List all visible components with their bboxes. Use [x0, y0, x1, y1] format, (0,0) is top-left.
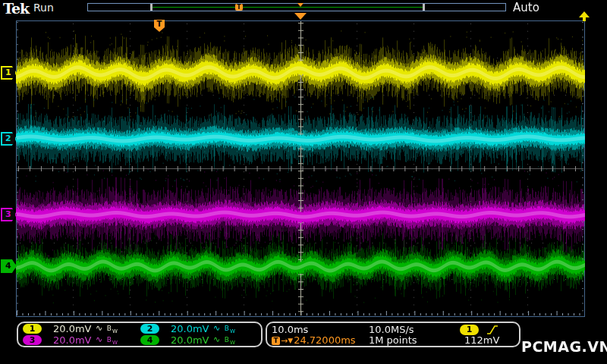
record-view-right-bracket	[423, 4, 425, 11]
record-view-bar[interactable]: T	[87, 3, 506, 11]
ac-coupling-icon: ∿	[96, 334, 103, 344]
ac-coupling-icon: ∿	[213, 334, 221, 344]
record-expansion-marker-icon	[297, 3, 304, 7]
channel-4-coupling-icons: ∿ BW	[213, 334, 236, 346]
trigger-position-value: 24.72000ms	[294, 335, 355, 346]
arrow-down-icon: ▼	[288, 337, 293, 345]
ac-coupling-icon: ∿	[96, 323, 103, 333]
acquisition-status: Run	[33, 2, 54, 14]
expansion-point-icon	[294, 13, 307, 20]
record-trigger-marker-icon[interactable]: T	[235, 4, 243, 11]
channel-3-badge: 3	[23, 335, 42, 345]
record-length: 1M points	[369, 335, 460, 346]
trigger-level-readout[interactable]: 112mV	[460, 335, 499, 346]
channel-readout-box: 1 20.0mV ∿ BW 2 20.0mV ∿ BW 3 20.0mV ∿ B…	[17, 322, 263, 347]
sample-rate: 10.0MS/s	[369, 325, 460, 335]
trigger-t-icon: T	[272, 337, 280, 345]
waveform-display[interactable]	[0, 0, 607, 364]
channel-1-scale: 20.0mV	[53, 323, 96, 334]
channel-4-badge: 4	[140, 335, 159, 345]
channel-3-readout[interactable]: 3 20.0mV ∿ BW	[23, 334, 140, 346]
trigger-mode-status: Auto	[513, 1, 539, 14]
trigger-source-badge[interactable]: 1	[460, 325, 479, 335]
bandwidth-limit-icon: BW	[225, 336, 236, 344]
trigger-level-offscreen-arrow-icon	[578, 11, 590, 22]
channel-1-badge: 1	[23, 324, 42, 334]
channel-3-coupling-icons: ∿ BW	[96, 334, 118, 346]
record-view-window	[153, 7, 423, 8]
channel-1-readout[interactable]: 1 20.0mV ∿ BW	[23, 323, 140, 334]
channel-2-readout[interactable]: 2 20.0mV ∿ BW	[140, 323, 258, 334]
channel-2-scale: 20.0mV	[171, 323, 213, 334]
channel-4-readout[interactable]: 4 20.0mV ∿ BW	[140, 334, 258, 346]
channel-4-scale: 20.0mV	[171, 334, 213, 346]
horizontal-scale[interactable]: 10.0ms	[272, 325, 369, 335]
arrow-right-icon: →	[281, 337, 288, 345]
bandwidth-limit-icon: BW	[107, 336, 118, 344]
trigger-position-readout[interactable]: T→▼24.72000ms	[272, 335, 369, 346]
horizontal-trigger-readout-box: 10.0ms T→▼24.72000ms 10.0MS/s 1M points …	[266, 322, 521, 347]
watermark-text: PCMAG.VN	[521, 338, 607, 355]
channel-1-coupling-icons: ∿ BW	[96, 323, 118, 334]
channel-2-coupling-icons: ∿ BW	[213, 323, 236, 334]
tek-logo: Tek	[3, 0, 29, 17]
arrow-stem	[583, 17, 586, 21]
rising-edge-slope-icon	[486, 325, 498, 335]
channel-3-scale: 20.0mV	[53, 334, 96, 346]
channel-2-badge: 2	[140, 324, 159, 334]
bandwidth-limit-icon: BW	[225, 325, 236, 332]
ac-coupling-icon: ∿	[213, 323, 221, 333]
bandwidth-limit-icon: BW	[107, 325, 118, 332]
oscilloscope-screen: Tek Run T Auto T 1 2 3 4 1 20.0mV ∿ BW 2…	[0, 0, 607, 364]
